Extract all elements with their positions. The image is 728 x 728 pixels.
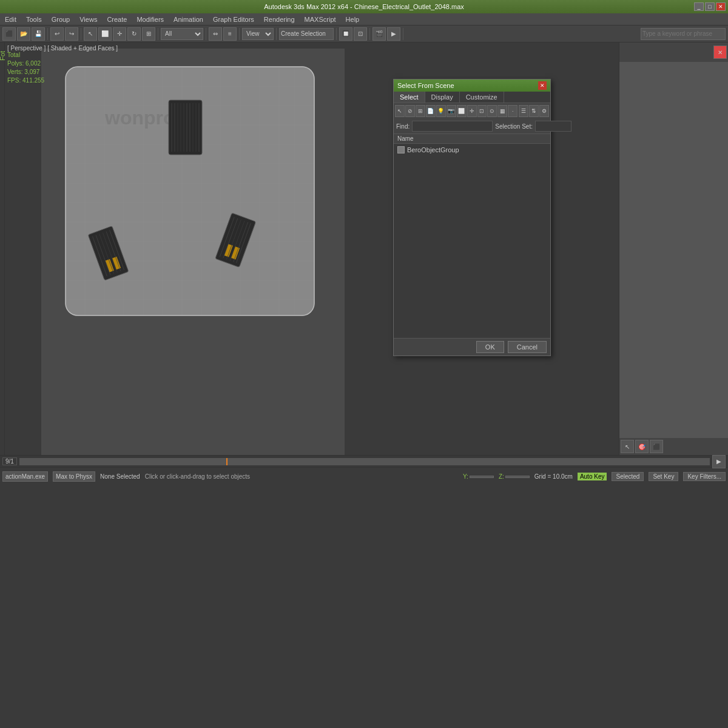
- dialog-close-button[interactable]: ✕: [538, 81, 547, 90]
- dialog-tb-none[interactable]: ⊘: [405, 105, 415, 117]
- tb-redo[interactable]: ↪: [65, 27, 78, 41]
- dialog-tb-bone[interactable]: ⊙: [487, 105, 497, 117]
- grid-display: Grid = 10.0cm: [534, 473, 573, 480]
- list-item[interactable]: BeroObjectGroup: [395, 145, 549, 155]
- selected-label: Selected: [612, 472, 644, 481]
- stats-fps: FPS: 411.255: [7, 76, 44, 85]
- verts-label: Verts:: [7, 69, 23, 75]
- menu-group[interactable]: Group: [49, 15, 73, 24]
- dialog-sel-set-input[interactable]: [535, 121, 571, 132]
- rp-tb-btn1[interactable]: ↖: [621, 440, 634, 453]
- menu-tools[interactable]: Tools: [24, 15, 44, 24]
- auto-key-btn[interactable]: Auto Key: [578, 473, 607, 480]
- selection-filter-input[interactable]: [279, 28, 334, 40]
- rp-btn1[interactable]: ✕: [713, 46, 727, 59]
- y-label: Y:: [463, 473, 468, 480]
- menu-create[interactable]: Create: [104, 15, 129, 24]
- dialog-tb-invert[interactable]: ⊞: [416, 105, 425, 117]
- tb-scale[interactable]: ⊞: [142, 27, 155, 41]
- dialog-toolbar: ↖ ⊘ ⊞ 📄 💡 📷 ⬜ ✛ ⊡ ⊙ ▦ · ☰ ⇅ ⚙: [394, 103, 550, 119]
- tb-snap[interactable]: 🔲: [339, 27, 352, 41]
- dialog-find-input[interactable]: [412, 121, 493, 132]
- menu-maxscript[interactable]: MAXScript: [302, 15, 339, 24]
- tb-rotate[interactable]: ↻: [127, 27, 141, 41]
- menu-rendering[interactable]: Rendering: [261, 15, 297, 24]
- fps-value: 411.255: [22, 77, 44, 84]
- viewport-area[interactable]: [ Perspective ] [ Shaded + Edged Faces ]…: [5, 42, 619, 455]
- right-panel-toolbar: ↖ 🎯 ⬛: [619, 438, 728, 455]
- stats-verts: Verts: 3,097: [7, 68, 44, 76]
- close-button[interactable]: ✕: [716, 2, 726, 11]
- z-value[interactable]: [505, 476, 530, 478]
- tb-render-setup[interactable]: 🎬: [372, 27, 386, 41]
- status-script-2: Max to Physx: [53, 471, 95, 482]
- dialog-tb-list[interactable]: ☰: [519, 105, 528, 117]
- dialog-tb-layer[interactable]: 📄: [426, 105, 436, 117]
- key-filters-btn[interactable]: Key Filters...: [683, 472, 726, 481]
- z-coord-field: Z:: [499, 473, 530, 480]
- dialog-tb-sort[interactable]: ⇅: [529, 105, 539, 117]
- menu-animation[interactable]: Animation: [171, 15, 206, 24]
- rp-tb-btn3[interactable]: ⬛: [650, 440, 663, 453]
- dialog-titlebar[interactable]: Select From Scene ✕: [394, 79, 550, 92]
- dialog-tb-geo[interactable]: ⬜: [457, 105, 467, 117]
- menu-edit[interactable]: Edit: [2, 15, 19, 24]
- dialog-tb-grid[interactable]: ▦: [497, 105, 507, 117]
- menu-graph-editors[interactable]: Graph Editors: [211, 15, 257, 24]
- tb-render[interactable]: ▶: [387, 27, 400, 41]
- menu-help[interactable]: Help: [343, 15, 362, 24]
- dialog-tb-select-all[interactable]: ↖: [395, 105, 405, 117]
- dialog-tb-camera[interactable]: 📷: [447, 105, 456, 117]
- svg-text:wonpro: wonpro: [104, 107, 175, 129]
- polys-label: Polys:: [7, 60, 24, 67]
- y-value[interactable]: [470, 476, 494, 478]
- y-coord-field: Y:: [463, 473, 494, 480]
- dialog-tb-space[interactable]: ⊡: [477, 105, 487, 117]
- timeline-cursor: [226, 458, 228, 465]
- dialog-tb-options[interactable]: ⚙: [539, 105, 549, 117]
- minimize-button[interactable]: _: [694, 2, 704, 11]
- polys-value: 6,002: [25, 60, 41, 67]
- select-from-scene-dialog[interactable]: Select From Scene ✕ Select Display Custo…: [393, 79, 551, 356]
- verts-value: 3,097: [24, 69, 39, 75]
- dialog-tab-customize[interactable]: Customize: [460, 92, 504, 103]
- tb-save[interactable]: 💾: [32, 27, 45, 41]
- svg-rect-27: [169, 100, 202, 155]
- menu-views[interactable]: Views: [77, 15, 99, 24]
- maximize-button[interactable]: □: [705, 2, 715, 11]
- item-name: BeroObjectGroup: [407, 146, 459, 153]
- dialog-tb-point[interactable]: ·: [508, 105, 517, 117]
- model-viewport: wonpro: [41, 49, 345, 455]
- time-display: 9/1: [2, 457, 17, 465]
- tb-open[interactable]: 📂: [17, 27, 30, 41]
- tb-select[interactable]: ↖: [84, 27, 97, 41]
- dialog-find-row: Find: Selection Set:: [394, 119, 550, 134]
- dialog-cancel-button[interactable]: Cancel: [508, 341, 547, 353]
- total-label: Total: [7, 52, 20, 58]
- tb-move[interactable]: ✛: [113, 27, 126, 41]
- status-bar: actionMan.exe Max to Physx None Selected…: [0, 467, 728, 485]
- left-sidebar: Fot: [0, 42, 5, 455]
- title-bar: Autodesk 3ds Max 2012 x64 - Chinese_Elec…: [0, 0, 728, 13]
- timeline-play[interactable]: ▶: [712, 455, 726, 468]
- tb-select-region[interactable]: ⬜: [98, 27, 112, 41]
- tb-snap2[interactable]: ⊡: [354, 27, 367, 41]
- status-hint: Click or click-and-drag to select object…: [145, 473, 458, 480]
- view-type-dropdown[interactable]: View Local World: [242, 28, 274, 40]
- menu-bar: Edit Tools Group Views Create Modifiers …: [0, 13, 728, 25]
- tb-align[interactable]: ≡: [223, 27, 237, 41]
- timeline-track[interactable]: [19, 458, 710, 465]
- rp-tb-btn2[interactable]: 🎯: [635, 440, 649, 453]
- set-key-btn[interactable]: Set Key: [649, 472, 678, 481]
- dialog-tb-light[interactable]: 💡: [436, 105, 446, 117]
- search-input[interactable]: [641, 28, 726, 40]
- tb-undo[interactable]: ↩: [50, 27, 64, 41]
- dialog-tb-helper[interactable]: ✛: [467, 105, 477, 117]
- menu-modifiers[interactable]: Modifiers: [134, 15, 166, 24]
- dialog-tab-display[interactable]: Display: [425, 92, 460, 103]
- dialog-ok-button[interactable]: OK: [476, 341, 504, 353]
- tb-mirror[interactable]: ⇔: [209, 27, 222, 41]
- select-type-dropdown[interactable]: All Geometry Shapes: [161, 28, 203, 40]
- tb-new[interactable]: ⬛: [2, 27, 16, 41]
- dialog-tab-select[interactable]: Select: [394, 92, 425, 103]
